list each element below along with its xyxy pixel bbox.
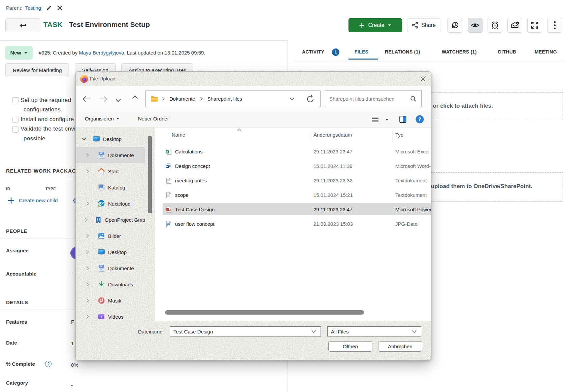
tree-item-nextcloud[interactable]: Nextcloud: [76, 195, 145, 212]
file-row-test-case-design[interactable]: Test Case Design 29.11.2023 23:47 Micros…: [155, 202, 431, 217]
checkbox-item-2[interactable]: [12, 117, 19, 123]
file-row-user-flow-concept[interactable]: user flow concept 21.09.2023 15:03 JPG-D…: [155, 217, 431, 231]
filename-combobox[interactable]: Test Case Design: [170, 326, 321, 336]
tree-item-openproject-gmbh[interactable]: OpenProject GmbH: [76, 212, 145, 228]
create-new-child-link[interactable]: Create new child: [7, 197, 58, 204]
column-separator[interactable]: [392, 130, 393, 142]
cancel-button[interactable]: Abbrechen: [378, 341, 422, 352]
tree-chevron[interactable]: [85, 250, 91, 254]
tree-item-bilder[interactable]: Bilder: [76, 228, 145, 244]
column-header-name[interactable]: Name: [172, 132, 185, 138]
tree-item-desktop[interactable]: Desktop: [76, 131, 145, 147]
resize-grip[interactable]: [427, 356, 431, 360]
jpgfile-icon: [165, 221, 172, 227]
percent-complete-value[interactable]: 0%: [71, 362, 78, 368]
tree-item-dokumente[interactable]: Dokumente: [76, 260, 145, 276]
tab-watchers[interactable]: WATCHERS (1): [442, 49, 477, 55]
column-header-type[interactable]: TYPE: [45, 187, 56, 191]
address-bar[interactable]: Dokumente Sharepoint files: [145, 91, 321, 107]
tree-item-videos[interactable]: Videos: [76, 309, 145, 321]
tree-scrollbar[interactable]: [148, 136, 152, 213]
fullscreen-button[interactable]: [527, 18, 542, 33]
tab-activity[interactable]: ACTIVITY: [302, 49, 324, 55]
tree-chevron[interactable]: [85, 217, 88, 222]
reminder-button[interactable]: [488, 18, 502, 33]
nav-up-icon[interactable]: [131, 95, 139, 103]
status-dropdown[interactable]: New: [5, 46, 33, 60]
tree-item-musik[interactable]: Musik: [76, 292, 145, 309]
view-mode-button[interactable]: [371, 116, 389, 122]
tab-github[interactable]: GITHUB: [498, 49, 516, 55]
dialog-close-button[interactable]: [417, 74, 429, 84]
tree-chevron[interactable]: [85, 201, 91, 206]
search-input[interactable]: [325, 96, 410, 102]
help-icon[interactable]: ?: [45, 361, 52, 367]
nav-forward-icon[interactable]: [100, 95, 108, 103]
nav-back-icon[interactable]: [82, 95, 90, 103]
watch-button[interactable]: [468, 18, 482, 33]
tree-chevron[interactable]: [85, 169, 91, 174]
tree-chevron[interactable]: [85, 234, 91, 238]
search-icon[interactable]: [410, 96, 417, 102]
music-icon: [97, 296, 105, 305]
organize-menu[interactable]: Organisieren: [85, 116, 120, 121]
tree-item-katalog[interactable]: Katalog: [76, 179, 145, 195]
tree-item-dokumente[interactable]: Dokumente: [76, 147, 145, 163]
refresh-icon[interactable]: [306, 95, 315, 104]
tree-chevron[interactable]: [85, 153, 91, 157]
column-header-id[interactable]: ID: [6, 187, 10, 191]
date-value[interactable]: 1: [71, 341, 74, 346]
preview-pane-button[interactable]: [399, 116, 406, 123]
help-button[interactable]: ?: [415, 115, 424, 123]
tree-item-downloads[interactable]: Downloads: [76, 276, 145, 292]
new-folder-button[interactable]: Neuer Ordner: [138, 116, 169, 121]
accountable-value[interactable]: -: [71, 271, 73, 277]
create-button[interactable]: Create: [348, 18, 402, 32]
share-button[interactable]: Share: [407, 18, 440, 32]
category-value[interactable]: -: [71, 382, 73, 388]
tree-chevron[interactable]: [85, 282, 91, 287]
more-menu-button[interactable]: [547, 18, 562, 33]
tab-relations[interactable]: RELATIONS (1): [385, 49, 420, 55]
file-row-design-concept[interactable]: Design concept 15.01.2024 11:39 Microsof…: [155, 159, 431, 173]
checkbox-item-3[interactable]: [12, 127, 19, 133]
remove-parent-button[interactable]: [57, 5, 63, 11]
filetype-combobox[interactable]: All Files: [327, 326, 421, 336]
tree-item-desktop[interactable]: Desktop: [76, 244, 145, 260]
people-heading: PEOPLE: [6, 228, 27, 234]
address-dropdown-icon[interactable]: [289, 97, 295, 101]
tree-chevron[interactable]: [81, 137, 87, 141]
author-link[interactable]: Maya Berdygylyjova: [79, 50, 124, 56]
open-button[interactable]: Öffnen: [328, 341, 372, 352]
tab-meeting[interactable]: MEETING: [535, 49, 557, 55]
tree-item-start[interactable]: Start: [76, 163, 145, 179]
breadcrumb-dokumente[interactable]: Dokumente: [169, 96, 195, 102]
file-row-scope[interactable]: scope 15.01.2024 15:21 Textdokument: [155, 188, 431, 202]
list-horizontal-scrollbar[interactable]: [165, 310, 364, 315]
column-separator[interactable]: [311, 130, 311, 142]
notification-button[interactable]: [507, 18, 522, 33]
back-button[interactable]: [5, 19, 40, 32]
file-date: 29.11.2023 23:47: [313, 207, 353, 212]
file-row-meeting-notes[interactable]: meeting notes 29.11.2023 23:32 Textdokum…: [155, 173, 431, 188]
column-header-date[interactable]: Änderungsdatum: [313, 132, 352, 138]
checklist-text: Set up the required: [21, 97, 71, 104]
filename-value: Test Case Design: [173, 329, 213, 334]
checkbox-item-1[interactable]: [12, 97, 19, 103]
file-row-calculations[interactable]: Calculations 29.11.2023 23:47 Microsoft …: [155, 144, 431, 159]
tree-chevron[interactable]: [85, 314, 91, 319]
tree-chevron[interactable]: [85, 266, 91, 271]
parent-link[interactable]: Testing: [25, 5, 41, 11]
dialog-titlebar[interactable]: File Upload: [76, 72, 431, 86]
powerpoint-icon: [165, 206, 172, 213]
column-header-type[interactable]: Typ: [395, 132, 403, 138]
edit-parent-button[interactable]: [46, 5, 52, 11]
file-name: user flow concept: [175, 221, 214, 227]
nav-recent-icon[interactable]: [115, 96, 121, 104]
activity-history-button[interactable]: [447, 18, 462, 33]
features-value[interactable]: F: [71, 319, 74, 325]
tab-files[interactable]: FILES: [355, 49, 368, 55]
review-for-marketing-button[interactable]: Review for Marketing: [5, 63, 69, 77]
tree-chevron[interactable]: [85, 298, 91, 303]
breadcrumb-sharepoint-files[interactable]: Sharepoint files: [207, 96, 242, 102]
